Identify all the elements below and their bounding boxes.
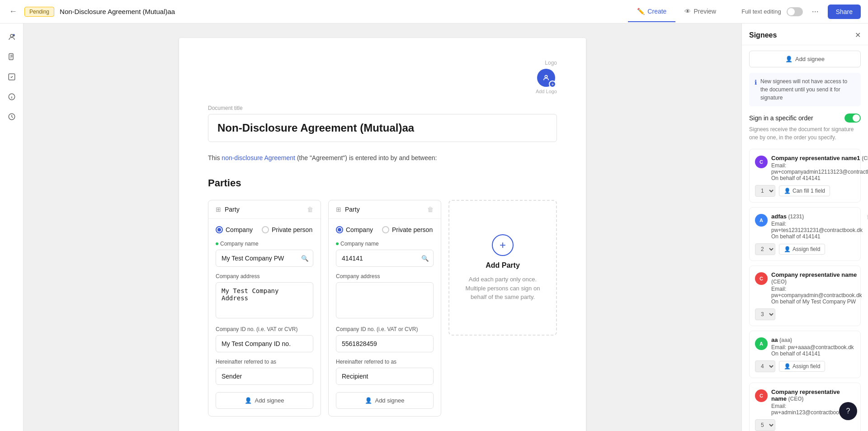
signee-order-select-2[interactable]: 2 bbox=[755, 243, 775, 255]
company-address-wrap-2 bbox=[336, 282, 434, 320]
signee-name-4: aa (aaa) bbox=[771, 336, 855, 343]
signee-order-select-1[interactable]: 1 bbox=[755, 185, 775, 197]
topbar-doc-title: Non-Disclosure Agreement (Mutual)aa bbox=[60, 8, 623, 15]
signee-name-5: Company representative name (CEO) bbox=[771, 388, 855, 402]
signees-list: C Company representative name1 (CEO) Ema… bbox=[749, 149, 861, 431]
sidebar-icon-document[interactable] bbox=[4, 49, 20, 65]
logo-icon: + bbox=[537, 69, 555, 87]
sidebar-icon-checkbox[interactable] bbox=[4, 69, 20, 85]
party-2-company-radio[interactable]: Company bbox=[336, 226, 373, 233]
full-text-toggle[interactable] bbox=[787, 7, 803, 16]
referred-input-2[interactable] bbox=[336, 368, 434, 385]
signee-role-3: (CEO) bbox=[771, 279, 787, 285]
company-name-input-2[interactable] bbox=[336, 250, 434, 267]
company-name-input-1[interactable] bbox=[216, 250, 313, 267]
company-id-input-1[interactable] bbox=[216, 335, 313, 352]
company-address-wrap-1: My Test Company Address bbox=[216, 282, 313, 320]
signee-avatar-4: A bbox=[755, 337, 768, 350]
signee-action-icon-4: 👤 bbox=[784, 363, 791, 369]
signee-action-icon-1: 👤 bbox=[784, 188, 791, 194]
tab-create[interactable]: ✏️ Create bbox=[628, 1, 675, 22]
document-title-input[interactable] bbox=[208, 114, 557, 142]
add-signee-label-1: Add signee bbox=[255, 397, 284, 404]
company-name-search-2[interactable]: 🔍 bbox=[421, 255, 429, 262]
right-panel: Signees ✕ 👤 Add signee ℹ New signees wil… bbox=[741, 24, 868, 431]
tab-preview[interactable]: 👁 Preview bbox=[675, 1, 725, 22]
radio-circle-company-1 bbox=[216, 226, 223, 233]
intro-link[interactable]: non-disclosure Agreement bbox=[222, 154, 295, 161]
doc-area: Logo + Add Logo Document title This non-… bbox=[24, 24, 741, 431]
referred-label-2: Hereinafter referred to as bbox=[336, 359, 434, 365]
party-2-private-radio[interactable]: Private person bbox=[382, 226, 433, 233]
referred-input-1[interactable] bbox=[216, 368, 313, 385]
sidebar-icon-clock[interactable] bbox=[4, 109, 20, 125]
party-card-2: ⊞ Party 🗑 Company Private per bbox=[328, 200, 441, 417]
signee-order-select-5[interactable]: 5 bbox=[755, 419, 775, 431]
svg-text:+: + bbox=[13, 34, 14, 37]
signee-header-2: A adfas (1231) Email: pw+tes1231231231@c… bbox=[755, 213, 855, 240]
company-name-search-1[interactable]: 🔍 bbox=[301, 255, 309, 262]
radio-dot-company-2 bbox=[338, 228, 341, 232]
add-signee-icon-2: 👤 bbox=[365, 397, 372, 404]
signee-footer-3: 3 bbox=[755, 308, 855, 320]
help-button[interactable]: ? bbox=[839, 402, 857, 420]
share-button[interactable]: Share bbox=[828, 5, 861, 19]
signee-role-2: (1231) bbox=[788, 213, 804, 220]
signee-behalf-2: On behalf of 414141 bbox=[771, 233, 863, 240]
party-2-type-group: Company Private person bbox=[336, 226, 434, 233]
topbar: ← Pending Non-Disclosure Agreement (Mutu… bbox=[0, 0, 868, 24]
party-2-delete-button[interactable]: 🗑 bbox=[427, 206, 434, 213]
eye-icon: 👁 bbox=[684, 8, 691, 15]
topbar-right: Full text editing ··· Share bbox=[741, 5, 861, 19]
add-signee-panel-button[interactable]: 👤 Add signee bbox=[749, 51, 861, 67]
signee-order-select-3[interactable]: 3 bbox=[755, 308, 775, 320]
company-address-input-1[interactable]: My Test Company Address bbox=[216, 282, 313, 318]
company-label-2: Company bbox=[346, 226, 373, 233]
panel-header: Signees ✕ bbox=[742, 24, 868, 45]
party-1-company-radio[interactable]: Company bbox=[216, 226, 253, 233]
signee-email-1: Email: pw+companyadmin12113123@contractb… bbox=[771, 162, 868, 175]
signee-action-button-1[interactable]: 👤 Can fill 1 field bbox=[779, 185, 830, 196]
add-logo-button[interactable]: + Add Logo bbox=[536, 69, 557, 94]
signee-delete-button-2[interactable]: 🗑 bbox=[866, 213, 868, 220]
add-party-card[interactable]: + Add Party Add each party only once. Mu… bbox=[448, 200, 557, 336]
signee-action-button-4[interactable]: 👤 Assign field bbox=[779, 361, 825, 372]
sign-order-toggle[interactable] bbox=[844, 114, 861, 123]
signee-card-3: C Company representative name (CEO) Emai… bbox=[749, 265, 861, 326]
logo-plus-icon: + bbox=[549, 81, 556, 88]
party-2-body: Company Private person Company name bbox=[329, 219, 441, 416]
sidebar-icon-info[interactable] bbox=[4, 89, 20, 105]
pencil-icon: ✏️ bbox=[637, 8, 645, 15]
more-button[interactable]: ··· bbox=[808, 5, 822, 18]
signee-card-1: C Company representative name1 (CEO) Ema… bbox=[749, 149, 861, 203]
party-card-1: ⊞ Party 🗑 Company Private per bbox=[208, 200, 321, 417]
add-signee-panel-icon: 👤 bbox=[785, 56, 793, 62]
info-message: New signees will not have access to the … bbox=[760, 77, 855, 102]
sidebar-icon-person[interactable]: + bbox=[4, 29, 20, 45]
signee-action-button-2[interactable]: 👤 Assign field bbox=[779, 244, 825, 255]
add-signee-button-1[interactable]: 👤 Add signee bbox=[216, 392, 313, 409]
add-signee-button-2[interactable]: 👤 Add signee bbox=[336, 392, 434, 409]
signee-card-2: A adfas (1231) Email: pw+tes1231231231@c… bbox=[749, 207, 861, 261]
sign-order-row: Sign in a specific order bbox=[749, 114, 861, 123]
panel-close-button[interactable]: ✕ bbox=[855, 31, 861, 39]
signee-name-1: Company representative name1 (CEO) bbox=[771, 155, 868, 161]
signee-card-4: A aa (aaa) Email: pw+aaaa@contractbook.d… bbox=[749, 331, 861, 378]
signee-order-select-4[interactable]: 4 bbox=[755, 360, 775, 372]
signee-name-2: adfas (1231) bbox=[771, 213, 863, 220]
party-2-title: Party bbox=[345, 206, 424, 213]
referred-label-1: Hereinafter referred to as bbox=[216, 359, 313, 365]
tab-create-label: Create bbox=[647, 8, 666, 15]
radio-circle-company-2 bbox=[336, 226, 343, 233]
back-button[interactable]: ← bbox=[7, 5, 19, 18]
party-1-private-radio[interactable]: Private person bbox=[262, 226, 312, 233]
signee-email-2: Email: pw+tes1231231231@contractbook.dk bbox=[771, 221, 863, 233]
company-address-input-2[interactable] bbox=[336, 282, 434, 318]
company-id-input-2[interactable] bbox=[336, 335, 434, 352]
signee-avatar-5: C bbox=[755, 389, 768, 402]
party-1-type-group: Company Private person bbox=[216, 226, 313, 233]
sign-order-desc: Signees receive the document for signatu… bbox=[749, 125, 861, 142]
logo-area: Logo + Add Logo bbox=[208, 60, 557, 94]
party-1-delete-button[interactable]: 🗑 bbox=[307, 206, 313, 213]
doc-page: Logo + Add Logo Document title This non-… bbox=[179, 38, 586, 431]
